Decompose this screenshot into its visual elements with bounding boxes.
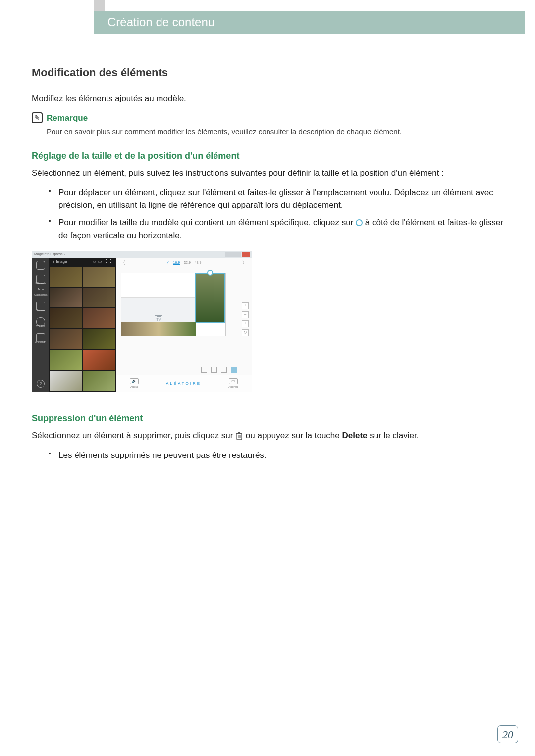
delete-key-label: Delete bbox=[342, 431, 367, 440]
chapter-header: Création de contenu bbox=[94, 11, 525, 34]
page-content: Modification des éléments Modifiez les é… bbox=[32, 64, 510, 466]
gallery-panel: ∨ Image ⌕ ▭ ⋮⋮ bbox=[49, 258, 116, 392]
home-icon[interactable] bbox=[36, 261, 45, 270]
page-number-badge: 20 bbox=[497, 725, 518, 743]
thumbnail[interactable] bbox=[50, 267, 82, 287]
audio-control[interactable]: 🔈 Audio bbox=[130, 378, 139, 389]
close-button[interactable] bbox=[242, 252, 250, 257]
resize-handle-icon bbox=[356, 219, 363, 226]
folder-icon[interactable]: ▭ bbox=[98, 258, 102, 265]
chapter-title: Création de contenu bbox=[107, 13, 214, 31]
sidebar-item-stickers[interactable]: Autocollants bbox=[34, 296, 47, 297]
help-icon[interactable]: ? bbox=[37, 380, 45, 388]
check-icon: ✓ bbox=[166, 260, 169, 266]
selected-image-element[interactable] bbox=[195, 273, 225, 323]
add-button[interactable]: + bbox=[242, 302, 249, 309]
thumbnail[interactable] bbox=[83, 329, 115, 349]
gallery-header: ∨ Image ⌕ ▭ ⋮⋮ bbox=[49, 258, 116, 266]
delete-icon[interactable] bbox=[221, 367, 227, 373]
prev-arrow-icon[interactable]: 〈 bbox=[120, 258, 126, 267]
intro-text: Modifiez les éléments ajoutés au modèle. bbox=[32, 92, 510, 105]
preview-icon: ▭ bbox=[229, 378, 238, 384]
svg-rect-5 bbox=[238, 432, 240, 433]
window-title: MagicInfo Express 2 bbox=[34, 252, 65, 257]
resize-heading: Réglage de la taille et de la position d… bbox=[32, 150, 510, 163]
resize-intro: Sélectionnez un élément, puis suivez les… bbox=[32, 167, 510, 180]
note-row: ✎ Remarque bbox=[32, 112, 510, 125]
aspect-16-9[interactable]: 16:9 bbox=[173, 260, 180, 266]
preview-control[interactable]: ▭ Aperçu bbox=[228, 378, 238, 389]
thumbnail[interactable] bbox=[83, 350, 115, 370]
search-icon[interactable]: ⌕ bbox=[93, 258, 96, 265]
thumbnail[interactable] bbox=[50, 329, 82, 349]
window-buttons bbox=[225, 252, 250, 257]
zoom-out-button[interactable]: − bbox=[242, 311, 249, 318]
canvas-stage: TV + − + ↻ bbox=[116, 268, 252, 365]
canvas-area: 〈 ✓ 16:9 32:9 48:9 〉 TV bbox=[116, 258, 252, 392]
thumbnail[interactable] bbox=[83, 308, 115, 328]
thumbnail[interactable] bbox=[50, 308, 82, 328]
canvas-topbar: 〈 ✓ 16:9 32:9 48:9 〉 bbox=[116, 258, 252, 268]
resize-handle-icon[interactable] bbox=[207, 270, 213, 276]
app-screenshot: MagicInfo Express 2 Éléments Texte Autoc… bbox=[32, 251, 252, 392]
confirm-icon[interactable] bbox=[231, 367, 237, 373]
speaker-icon: 🔈 bbox=[130, 378, 139, 384]
header-tab bbox=[94, 0, 105, 11]
thumbnail-grid bbox=[49, 266, 116, 392]
stage-toolbar bbox=[116, 365, 252, 375]
zoom-controls: + − + ↻ bbox=[242, 302, 249, 336]
aspect-ratio-selector: ✓ 16:9 32:9 48:9 bbox=[166, 260, 202, 266]
note-body: Pour en savoir plus sur comment modifier… bbox=[47, 126, 510, 138]
color-icon[interactable] bbox=[211, 367, 217, 373]
delete-text: Sélectionnez un élément à supprimer, pui… bbox=[32, 429, 510, 442]
svg-rect-4 bbox=[236, 433, 242, 434]
trash-icon bbox=[235, 432, 243, 441]
minimize-button[interactable] bbox=[225, 252, 233, 257]
maximize-button[interactable] bbox=[233, 252, 241, 257]
delete-heading: Suppression d'un élément bbox=[32, 412, 510, 425]
delete-bullet: Les éléments supprimés ne peuvent pas êt… bbox=[49, 449, 510, 462]
zoom-in-button[interactable]: + bbox=[242, 320, 249, 327]
grid-icon[interactable]: ⋮⋮ bbox=[104, 258, 113, 265]
sidebar-item-source[interactable]: Source bbox=[36, 302, 45, 313]
left-sidebar: Éléments Texte Autocollants Source Widge… bbox=[32, 258, 49, 392]
gallery-dropdown[interactable]: ∨ Image bbox=[52, 259, 67, 265]
aspect-48-9[interactable]: 48:9 bbox=[195, 260, 202, 266]
template-canvas[interactable]: TV bbox=[121, 273, 226, 336]
bullet-resize: Pour modifier la taille du modèle qui co… bbox=[49, 216, 510, 242]
sidebar-item-elements[interactable]: Éléments bbox=[36, 275, 46, 286]
pencil-note-icon: ✎ bbox=[32, 112, 43, 123]
section-title: Modification des éléments bbox=[32, 64, 168, 82]
random-label[interactable]: ALÉATOIRE bbox=[166, 381, 201, 387]
thumbnail[interactable] bbox=[50, 371, 82, 391]
sidebar-item-animation[interactable]: Animation bbox=[35, 333, 46, 344]
note-label: Remarque bbox=[47, 112, 88, 125]
sidebar-item-text[interactable]: Texte bbox=[38, 291, 44, 292]
bullet-move: Pour déplacer un élément, cliquez sur l'… bbox=[49, 186, 510, 211]
thumbnail[interactable] bbox=[83, 371, 115, 391]
image-strip[interactable] bbox=[121, 322, 196, 336]
resize-bullets: Pour déplacer un élément, cliquez sur l'… bbox=[49, 186, 510, 242]
thumbnail[interactable] bbox=[83, 288, 115, 307]
thumbnail[interactable] bbox=[50, 350, 82, 370]
delete-bullets: Les éléments supprimés ne peuvent pas êt… bbox=[49, 449, 510, 462]
layout-icon[interactable] bbox=[201, 367, 207, 373]
rotate-button[interactable]: ↻ bbox=[242, 329, 249, 336]
thumbnail[interactable] bbox=[50, 288, 82, 307]
sidebar-item-widgets[interactable]: Widgets bbox=[36, 317, 45, 328]
next-arrow-icon[interactable]: 〉 bbox=[242, 258, 248, 267]
bottom-bar: 🔈 Audio ALÉATOIRE ▭ Aperçu bbox=[116, 375, 252, 392]
page-number: 20 bbox=[502, 726, 513, 743]
app-body: Éléments Texte Autocollants Source Widge… bbox=[32, 258, 252, 392]
aspect-32-9[interactable]: 32:9 bbox=[184, 260, 191, 266]
window-titlebar: MagicInfo Express 2 bbox=[32, 251, 252, 258]
tv-icon bbox=[155, 311, 162, 316]
thumbnail[interactable] bbox=[83, 267, 115, 287]
